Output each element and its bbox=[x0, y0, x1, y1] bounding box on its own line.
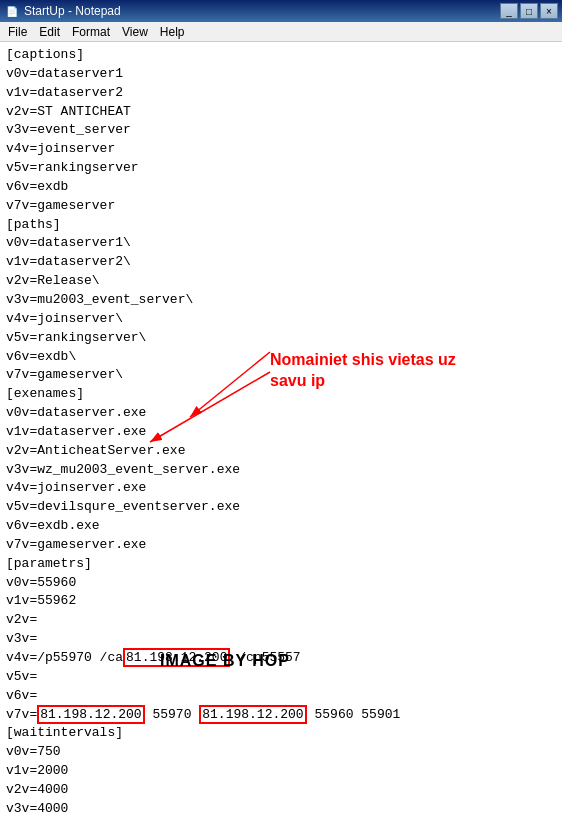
menu-help[interactable]: Help bbox=[154, 23, 191, 41]
ip-highlight-2: 81.198.12.200 bbox=[37, 705, 144, 724]
minimize-button[interactable]: _ bbox=[500, 3, 518, 19]
close-button[interactable]: × bbox=[540, 3, 558, 19]
editor-content[interactable]: [captions] v0v=dataserver1 v1v=dataserve… bbox=[0, 42, 562, 819]
ip-highlight-3: 81.198.12.200 bbox=[199, 705, 306, 724]
menu-file[interactable]: File bbox=[2, 23, 33, 41]
annotation-text: Nomainiet shis vietas uz savu ip bbox=[270, 350, 470, 392]
app-icon: 📄 bbox=[4, 3, 20, 19]
menu-bar: File Edit Format View Help bbox=[0, 22, 562, 42]
watermark-text: IMAGE BY HOP bbox=[160, 652, 290, 670]
window-controls[interactable]: _ □ × bbox=[500, 3, 558, 19]
maximize-button[interactable]: □ bbox=[520, 3, 538, 19]
window-title: StartUp - Notepad bbox=[24, 4, 500, 18]
text-content-1: [captions] v0v=dataserver1 v1v=dataserve… bbox=[6, 46, 556, 819]
title-bar: 📄 StartUp - Notepad _ □ × bbox=[0, 0, 562, 22]
menu-edit[interactable]: Edit bbox=[33, 23, 66, 41]
menu-view[interactable]: View bbox=[116, 23, 154, 41]
menu-format[interactable]: Format bbox=[66, 23, 116, 41]
